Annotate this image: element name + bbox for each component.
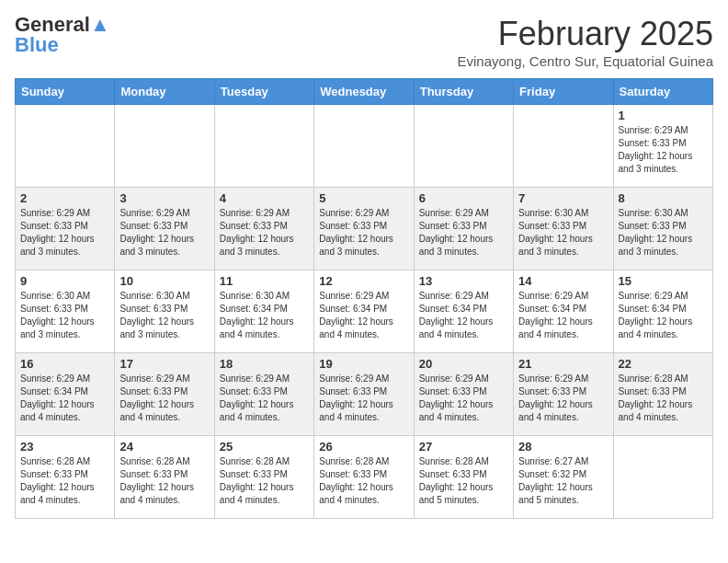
day-number: 12: [319, 274, 408, 288]
weekday-header-sunday: Sunday: [16, 79, 115, 105]
calendar-cell: 4Sunrise: 6:29 AM Sunset: 6:33 PM Daylig…: [214, 188, 313, 270]
day-info: Sunrise: 6:29 AM Sunset: 6:33 PM Dayligh…: [119, 207, 209, 259]
weekday-header-wednesday: Wednesday: [314, 79, 414, 105]
day-info: Sunrise: 6:30 AM Sunset: 6:34 PM Dayligh…: [220, 290, 309, 341]
calendar-cell: 26Sunrise: 6:28 AM Sunset: 6:33 PM Dayli…: [314, 436, 414, 519]
calendar-cell: 21Sunrise: 6:29 AM Sunset: 6:33 PM Dayli…: [514, 353, 613, 436]
day-info: Sunrise: 6:28 AM Sunset: 6:33 PM Dayligh…: [619, 373, 708, 424]
calendar-cell: 7Sunrise: 6:30 AM Sunset: 6:33 PM Daylig…: [514, 188, 613, 270]
day-info: Sunrise: 6:29 AM Sunset: 6:34 PM Dayligh…: [419, 290, 508, 341]
calendar-cell: 8Sunrise: 6:30 AM Sunset: 6:33 PM Daylig…: [613, 188, 712, 270]
weekday-header-thursday: Thursday: [414, 79, 513, 105]
day-number: 22: [619, 357, 708, 371]
day-number: 24: [119, 440, 209, 454]
weekday-header-monday: Monday: [115, 79, 214, 105]
calendar-cell: 13Sunrise: 6:29 AM Sunset: 6:34 PM Dayli…: [414, 270, 513, 353]
calendar-cell: 17Sunrise: 6:29 AM Sunset: 6:33 PM Dayli…: [115, 353, 214, 436]
calendar-cell: 25Sunrise: 6:28 AM Sunset: 6:33 PM Dayli…: [214, 436, 313, 519]
day-number: 17: [119, 357, 209, 371]
day-info: Sunrise: 6:30 AM Sunset: 6:33 PM Dayligh…: [518, 207, 608, 259]
day-number: 11: [220, 274, 309, 288]
day-number: 10: [119, 274, 209, 288]
calendar-cell: [613, 436, 712, 519]
day-number: 6: [419, 191, 508, 205]
day-info: Sunrise: 6:28 AM Sunset: 6:33 PM Dayligh…: [119, 455, 209, 507]
day-number: 25: [220, 440, 309, 454]
day-info: Sunrise: 6:29 AM Sunset: 6:33 PM Dayligh…: [419, 207, 508, 259]
day-number: 20: [419, 357, 508, 371]
day-number: 3: [119, 191, 209, 205]
calendar-week-row: 9Sunrise: 6:30 AM Sunset: 6:33 PM Daylig…: [16, 270, 713, 353]
calendar-cell: 22Sunrise: 6:28 AM Sunset: 6:33 PM Dayli…: [613, 353, 712, 436]
calendar-cell: 10Sunrise: 6:30 AM Sunset: 6:33 PM Dayli…: [115, 270, 214, 353]
day-info: Sunrise: 6:27 AM Sunset: 6:32 PM Dayligh…: [518, 455, 608, 507]
day-number: 21: [518, 357, 608, 371]
calendar-cell: 24Sunrise: 6:28 AM Sunset: 6:33 PM Dayli…: [115, 436, 214, 519]
day-info: Sunrise: 6:29 AM Sunset: 6:33 PM Dayligh…: [20, 207, 109, 259]
day-info: Sunrise: 6:29 AM Sunset: 6:33 PM Dayligh…: [119, 373, 209, 424]
calendar-week-row: 1Sunrise: 6:29 AM Sunset: 6:33 PM Daylig…: [16, 105, 713, 188]
weekday-header-row: SundayMondayTuesdayWednesdayThursdayFrid…: [16, 79, 713, 105]
page-header: General▲ Blue February 2025 Evinayong, C…: [15, 15, 713, 69]
calendar-cell: 18Sunrise: 6:29 AM Sunset: 6:33 PM Dayli…: [214, 353, 313, 436]
weekday-header-tuesday: Tuesday: [214, 79, 313, 105]
day-info: Sunrise: 6:29 AM Sunset: 6:33 PM Dayligh…: [419, 373, 508, 424]
calendar-cell: 11Sunrise: 6:30 AM Sunset: 6:34 PM Dayli…: [214, 270, 313, 353]
calendar-cell: 28Sunrise: 6:27 AM Sunset: 6:32 PM Dayli…: [514, 436, 613, 519]
calendar-cell: [115, 105, 214, 188]
calendar-cell: 6Sunrise: 6:29 AM Sunset: 6:33 PM Daylig…: [414, 188, 513, 270]
day-info: Sunrise: 6:29 AM Sunset: 6:34 PM Dayligh…: [619, 290, 708, 341]
day-number: 28: [518, 440, 608, 454]
calendar-cell: 16Sunrise: 6:29 AM Sunset: 6:34 PM Dayli…: [16, 353, 115, 436]
day-info: Sunrise: 6:30 AM Sunset: 6:33 PM Dayligh…: [619, 207, 708, 259]
day-number: 26: [319, 440, 408, 454]
calendar-cell: [514, 105, 613, 188]
calendar-cell: 20Sunrise: 6:29 AM Sunset: 6:33 PM Dayli…: [414, 353, 513, 436]
calendar-cell: 1Sunrise: 6:29 AM Sunset: 6:33 PM Daylig…: [613, 105, 712, 188]
day-info: Sunrise: 6:30 AM Sunset: 6:33 PM Dayligh…: [20, 290, 109, 341]
day-info: Sunrise: 6:28 AM Sunset: 6:33 PM Dayligh…: [419, 455, 508, 507]
day-number: 2: [20, 191, 109, 205]
day-number: 19: [319, 357, 408, 371]
logo: General▲ Blue: [15, 15, 110, 55]
calendar-cell: 19Sunrise: 6:29 AM Sunset: 6:33 PM Dayli…: [314, 353, 414, 436]
day-number: 16: [20, 357, 109, 371]
month-title: February 2025: [457, 15, 713, 53]
day-number: 27: [419, 440, 508, 454]
day-number: 5: [319, 191, 408, 205]
calendar-week-row: 23Sunrise: 6:28 AM Sunset: 6:33 PM Dayli…: [16, 436, 713, 519]
logo-text-blue: Blue: [15, 35, 59, 55]
day-info: Sunrise: 6:28 AM Sunset: 6:33 PM Dayligh…: [220, 455, 309, 507]
day-info: Sunrise: 6:29 AM Sunset: 6:34 PM Dayligh…: [518, 290, 608, 341]
day-info: Sunrise: 6:28 AM Sunset: 6:33 PM Dayligh…: [20, 455, 109, 507]
calendar-cell: 2Sunrise: 6:29 AM Sunset: 6:33 PM Daylig…: [16, 188, 115, 270]
calendar-title-area: February 2025 Evinayong, Centro Sur, Equ…: [457, 15, 713, 69]
calendar-table: SundayMondayTuesdayWednesdayThursdayFrid…: [15, 78, 713, 519]
day-number: 7: [518, 191, 608, 205]
calendar-cell: [16, 105, 115, 188]
weekday-header-friday: Friday: [514, 79, 613, 105]
calendar-cell: 15Sunrise: 6:29 AM Sunset: 6:34 PM Dayli…: [613, 270, 712, 353]
day-number: 23: [20, 440, 109, 454]
calendar-cell: 9Sunrise: 6:30 AM Sunset: 6:33 PM Daylig…: [16, 270, 115, 353]
day-number: 15: [619, 274, 708, 288]
logo-text-general: General▲: [15, 15, 110, 35]
day-info: Sunrise: 6:29 AM Sunset: 6:33 PM Dayligh…: [518, 373, 608, 424]
day-info: Sunrise: 6:29 AM Sunset: 6:33 PM Dayligh…: [220, 207, 309, 259]
calendar-cell: 14Sunrise: 6:29 AM Sunset: 6:34 PM Dayli…: [514, 270, 613, 353]
calendar-cell: [214, 105, 313, 188]
calendar-cell: 27Sunrise: 6:28 AM Sunset: 6:33 PM Dayli…: [414, 436, 513, 519]
calendar-week-row: 16Sunrise: 6:29 AM Sunset: 6:34 PM Dayli…: [16, 353, 713, 436]
day-number: 1: [619, 109, 708, 122]
day-info: Sunrise: 6:29 AM Sunset: 6:33 PM Dayligh…: [319, 207, 408, 259]
calendar-cell: 23Sunrise: 6:28 AM Sunset: 6:33 PM Dayli…: [16, 436, 115, 519]
day-info: Sunrise: 6:30 AM Sunset: 6:33 PM Dayligh…: [119, 290, 209, 341]
calendar-cell: 3Sunrise: 6:29 AM Sunset: 6:33 PM Daylig…: [115, 188, 214, 270]
day-number: 18: [220, 357, 309, 371]
calendar-cell: 5Sunrise: 6:29 AM Sunset: 6:33 PM Daylig…: [314, 188, 414, 270]
calendar-cell: [414, 105, 513, 188]
day-info: Sunrise: 6:29 AM Sunset: 6:33 PM Dayligh…: [619, 124, 708, 176]
location-title: Evinayong, Centro Sur, Equatorial Guinea: [457, 53, 713, 69]
calendar-week-row: 2Sunrise: 6:29 AM Sunset: 6:33 PM Daylig…: [16, 188, 713, 270]
day-info: Sunrise: 6:28 AM Sunset: 6:33 PM Dayligh…: [319, 455, 408, 507]
